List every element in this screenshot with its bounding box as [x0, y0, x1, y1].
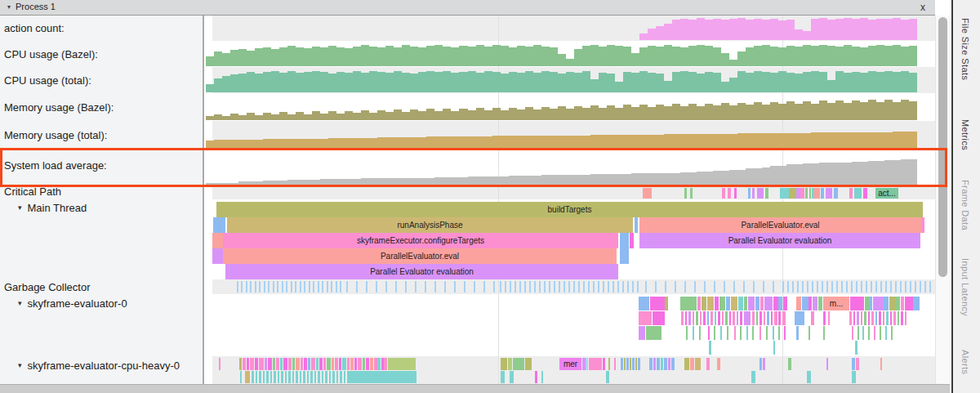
thread-row-main-thread[interactable]: ▾ Main Thread [0, 200, 203, 215]
trace-slice[interactable] [719, 297, 725, 310]
trace-slice[interactable] [898, 311, 899, 325]
trace-slice[interactable] [501, 371, 505, 383]
trace-slice[interactable] [510, 371, 514, 383]
trace-slice[interactable] [763, 358, 765, 370]
trace-slice[interactable] [335, 358, 338, 370]
trace-slice[interactable] [875, 311, 877, 325]
trace-slice[interactable] [752, 311, 755, 325]
trace-slice[interactable] [885, 326, 887, 340]
trace-slice[interactable] [296, 371, 298, 383]
trace-slice[interactable] [808, 326, 810, 340]
gc-tick[interactable] [694, 281, 696, 293]
trace-slice[interactable] [852, 358, 855, 370]
gc-tick[interactable] [564, 281, 565, 293]
gc-tick[interactable] [890, 281, 892, 293]
thread-row-skyframe-evaluator-cpu-heavy-0[interactable]: ▾ skyframe-evaluator-cpu-heavy-0 [0, 358, 203, 373]
trace-slice[interactable]: ParallelEvaluator.eval [223, 248, 617, 264]
trace-slice[interactable] [273, 358, 275, 370]
tab-file-size-stats[interactable]: File Size Stats [960, 18, 970, 80]
gc-tick[interactable] [782, 281, 784, 293]
trace-slice[interactable] [752, 188, 755, 199]
metric-chart-0[interactable] [206, 17, 918, 40]
trace-slice[interactable] [725, 311, 728, 325]
collapse-arrow-icon[interactable]: ▾ [7, 3, 11, 11]
gc-tick[interactable] [792, 281, 794, 293]
trace-slice[interactable] [649, 358, 653, 370]
timeline-canvas[interactable]: act...buildTargetsrunAnalysisPhaseParall… [206, 16, 935, 384]
trace-slice[interactable] [706, 358, 710, 370]
trace-slice[interactable] [901, 311, 903, 325]
trace-slice[interactable] [259, 371, 261, 383]
trace-slice[interactable] [308, 358, 310, 370]
gc-tick[interactable] [578, 281, 580, 293]
gc-tick[interactable] [915, 281, 916, 293]
trace-slice[interactable] [366, 358, 369, 370]
trace-slice[interactable] [756, 311, 758, 325]
trace-slice[interactable] [699, 326, 701, 340]
gc-tick[interactable] [665, 281, 666, 293]
trace-slice[interactable] [354, 358, 357, 370]
gc-tick[interactable] [250, 281, 252, 293]
trace-slice[interactable] [734, 188, 737, 199]
trace-slice[interactable] [646, 326, 662, 340]
process-title-group[interactable]: ▾ Process 1 [7, 2, 56, 11]
trace-slice[interactable] [332, 371, 335, 383]
trace-slice[interactable] [893, 311, 896, 325]
trace-slice[interactable] [718, 311, 720, 325]
trace-slice[interactable] [695, 358, 701, 370]
trace-slice[interactable] [274, 371, 276, 383]
gc-tick[interactable] [405, 281, 407, 293]
trace-slice[interactable] [826, 188, 832, 199]
trace-slice[interactable] [620, 248, 629, 264]
trace-slice[interactable] [301, 358, 303, 370]
trace-slice[interactable] [347, 371, 416, 383]
trace-slice[interactable] [873, 297, 884, 310]
trace-slice[interactable] [722, 188, 725, 199]
trace-slice[interactable] [310, 371, 313, 383]
gc-tick[interactable] [559, 281, 560, 293]
metric-chart-2[interactable] [206, 69, 918, 92]
trace-slice[interactable] [889, 297, 896, 310]
trace-slice[interactable] [869, 297, 872, 310]
gc-tick[interactable] [612, 281, 614, 293]
trace-slice[interactable] [821, 188, 824, 199]
trace-slice[interactable] [748, 297, 755, 310]
gc-tick[interactable] [655, 281, 657, 293]
trace-slice[interactable] [632, 358, 635, 370]
trace-slice[interactable] [307, 371, 309, 383]
close-button[interactable]: x [916, 1, 929, 14]
gc-tick[interactable] [627, 281, 629, 293]
trace-slice[interactable] [738, 297, 743, 310]
trace-slice[interactable] [693, 311, 694, 325]
gc-tick[interactable] [415, 281, 416, 293]
gc-tick[interactable] [529, 281, 531, 293]
trace-slice[interactable] [535, 371, 537, 383]
trace-slice[interactable] [813, 297, 817, 310]
trace-slice[interactable] [883, 311, 884, 325]
trace-slice[interactable] [650, 297, 665, 310]
gc-tick[interactable] [510, 281, 511, 293]
trace-slice[interactable] [323, 358, 326, 370]
gc-tick[interactable] [871, 281, 872, 293]
trace-slice[interactable] [740, 326, 742, 340]
trace-slice[interactable] [690, 358, 694, 370]
trace-slice[interactable] [834, 188, 838, 199]
trace-slice[interactable] [263, 371, 265, 383]
gc-tick[interactable] [295, 281, 296, 293]
trace-slice[interactable] [332, 358, 334, 370]
trace-slice[interactable] [657, 358, 660, 370]
trace-slice[interactable] [811, 311, 814, 325]
gc-tick[interactable] [645, 281, 647, 293]
gc-tick[interactable] [704, 281, 706, 293]
gc-tick[interactable] [603, 281, 604, 293]
gc-tick[interactable] [544, 281, 546, 293]
gc-tick[interactable] [753, 281, 755, 293]
gc-tick[interactable] [593, 281, 595, 293]
trace-slice[interactable] [708, 326, 710, 340]
trace-slice[interactable] [213, 217, 225, 233]
gc-tick[interactable] [331, 281, 332, 293]
trace-slice[interactable] [771, 311, 773, 325]
gc-tick[interactable] [573, 281, 575, 293]
trace-slice[interactable] [760, 326, 761, 340]
gc-tick[interactable] [395, 281, 397, 293]
